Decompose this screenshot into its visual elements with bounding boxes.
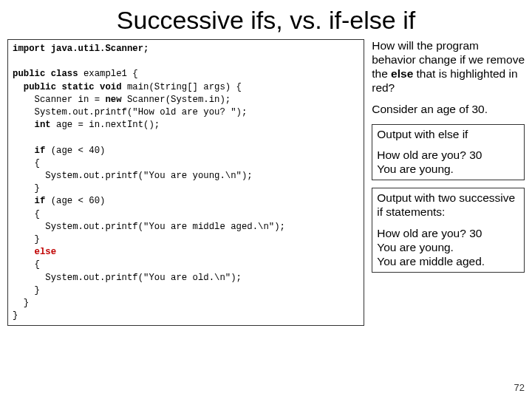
code-box: import java.util.Scanner; public class e… [7,39,364,326]
output-if-line1: How old are you? 30 [377,227,519,241]
code-kw: if [13,196,45,206]
code-line: { [13,158,40,168]
spacer [377,219,519,227]
q-else-word: else [391,67,413,80]
right-column: How will the program behavior change if … [372,39,525,326]
code-text: age = in.nextInt(); [51,120,160,130]
output-if-title: Output with two successive if statements… [377,191,519,219]
code-line: System.out.printf("You are middle aged.\… [13,222,285,232]
code-text: (age < 60) [45,196,105,206]
code-text: example1 { [78,69,138,79]
code-line: } [13,298,29,308]
code-else-highlight: else [13,247,56,257]
content-row: import java.util.Scanner; public class e… [0,39,532,326]
code-line: } [13,285,40,296]
code-kw: public static void [13,82,122,92]
code-kw: if [13,146,45,156]
output-else-line2: You are young. [377,163,519,177]
code-line: } [13,234,40,245]
code-line: { [13,209,40,219]
spacer [377,141,519,149]
code-line: System.out.printf("You are old.\n"); [13,273,242,283]
consider-text: Consider an age of 30. [372,103,525,117]
code-kw: import java.util.Scanner; [13,44,149,54]
code-text: main(String[] args) { [122,82,242,92]
output-else-line1: How old are you? 30 [377,149,519,163]
code-line: } [13,183,40,194]
code-line: System.out.printf("How old are you? "); [13,107,247,117]
code-line: System.out.printf("You are young.\n"); [13,171,253,181]
question-text: How will the program behavior change if … [372,39,525,95]
code-line: { [13,259,40,270]
output-else-box: Output with else if How old are you? 30 … [372,124,525,181]
output-if-line3: You are middle aged. [377,255,519,269]
output-if-box: Output with two successive if statements… [372,188,525,273]
code-kw: int [13,120,51,130]
code-text: Scanner(System.in); [122,95,231,105]
slide-title: Successive ifs, vs. if-else if [0,6,532,35]
output-if-line2: You are young. [377,241,519,255]
code-text: (age < 40) [45,146,105,156]
code-kw: new [105,95,121,105]
page-number: 72 [514,382,525,393]
code-line: } [13,310,18,321]
code-kw: public class [13,69,78,79]
code-text: Scanner in = [13,95,105,105]
output-else-title: Output with else if [377,128,519,142]
